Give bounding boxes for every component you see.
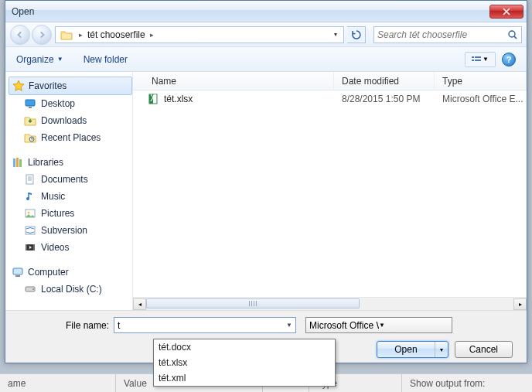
svg-rect-20 [15, 275, 20, 277]
sidebar-group-libraries[interactable]: Libraries [9, 154, 132, 171]
help-button[interactable]: ? [502, 53, 516, 66]
filename-dropdown-icon[interactable]: ▼ [283, 318, 295, 332]
drive-icon [24, 283, 36, 295]
underbar-name: ame [0, 374, 116, 392]
downloads-icon [24, 114, 36, 127]
svg-rect-11 [26, 175, 33, 184]
toolbar: Organize ▼ New folder ▼ ? [5, 47, 527, 72]
open-split-icon[interactable]: ▾ [435, 346, 448, 353]
file-row[interactable]: Xtét.xlsx 8/28/2015 1:50 PM Microsoft Of… [133, 90, 527, 107]
breadcrumb-segment[interactable]: tét chooserfile [86, 29, 147, 40]
sidebar-item-desktop[interactable]: Desktop [9, 95, 132, 112]
cancel-button[interactable]: Cancel [455, 341, 513, 358]
svg-text:X: X [150, 93, 156, 104]
back-button[interactable] [10, 25, 30, 45]
libraries-icon [12, 156, 24, 169]
svg-rect-10 [19, 159, 22, 167]
chevron-down-icon: ▼ [483, 56, 489, 63]
new-folder-button[interactable]: New folder [84, 54, 128, 65]
svg-rect-8 [13, 159, 15, 167]
breadcrumb-sep-icon: ▸ [76, 31, 86, 39]
folder-icon [60, 29, 73, 40]
svg-rect-1 [472, 56, 474, 58]
xlsx-icon: X [147, 93, 159, 105]
filename-input[interactable] [114, 317, 296, 333]
svg-rect-9 [16, 158, 19, 167]
window-title: Open [12, 6, 488, 17]
refresh-button[interactable] [347, 26, 366, 43]
sidebar-item-pictures[interactable]: Pictures [9, 205, 132, 222]
scroll-left-button[interactable]: ◂ [133, 298, 146, 310]
sidebar-item-videos[interactable]: Videos [9, 239, 132, 256]
col-name[interactable]: Name [133, 72, 334, 90]
svg-rect-18 [33, 244, 35, 251]
column-headers[interactable]: Name Date modified Type [133, 72, 527, 90]
autocomplete-option[interactable]: tét.xlsx [154, 355, 335, 370]
documents-icon [24, 173, 36, 186]
open-button[interactable]: Open ▾ [377, 341, 448, 358]
close-button[interactable] [489, 5, 523, 19]
search-box[interactable] [373, 26, 522, 43]
search-icon [507, 29, 518, 40]
svg-point-0 [509, 31, 515, 37]
svg-rect-4 [475, 60, 481, 61]
organize-menu[interactable]: Organize ▼ [16, 54, 63, 65]
open-dialog: Open ▸ tét chooserfile ▸ ▾ [5, 0, 527, 363]
svg-rect-3 [472, 60, 474, 61]
svg-point-12 [26, 197, 29, 200]
subversion-icon [24, 224, 36, 237]
sidebar-item-recent[interactable]: Recent Places [9, 129, 132, 146]
col-type[interactable]: Type [435, 72, 527, 90]
autocomplete-popup[interactable]: tét.docx tét.xlsx tét.xml [153, 339, 336, 387]
filename-label: File name: [16, 320, 109, 331]
sidebar[interactable]: Favorites Desktop Downloads Recent Place… [5, 72, 133, 310]
music-icon [24, 190, 36, 203]
view-mode-button[interactable]: ▼ [465, 52, 496, 67]
svg-rect-19 [13, 268, 22, 274]
filetype-select[interactable]: Microsoft Office Word Docume ▼ [305, 317, 452, 333]
titlebar: Open [5, 1, 527, 22]
chevron-down-icon: ▼ [379, 322, 448, 329]
scroll-thumb[interactable] [146, 298, 360, 308]
chevron-down-icon: ▼ [57, 56, 63, 63]
col-date[interactable]: Date modified [334, 72, 435, 90]
breadcrumb-dropdown-icon[interactable]: ▾ [329, 31, 342, 38]
sidebar-item-documents[interactable]: Documents [9, 171, 132, 188]
desktop-icon [24, 97, 36, 110]
autocomplete-option[interactable]: tét.xml [154, 370, 335, 386]
sidebar-group-computer[interactable]: Computer [9, 264, 132, 281]
svg-rect-5 [26, 100, 35, 106]
computer-icon [12, 266, 24, 278]
sidebar-group-favorites[interactable]: Favorites [9, 77, 132, 95]
pictures-icon [24, 207, 36, 220]
sidebar-item-downloads[interactable]: Downloads [9, 112, 132, 129]
file-list: Name Date modified Type Xtét.xlsx 8/28/2… [133, 72, 527, 310]
scroll-right-button[interactable]: ▸ [513, 298, 527, 310]
sidebar-item-localdisk[interactable]: Local Disk (C:) [9, 281, 132, 298]
svg-rect-17 [26, 244, 27, 251]
svg-point-14 [28, 212, 30, 214]
svg-rect-2 [475, 56, 481, 58]
svg-point-22 [32, 288, 34, 290]
sidebar-item-subversion[interactable]: Subversion [9, 222, 132, 239]
horizontal-scrollbar[interactable]: ◂ ▸ [133, 297, 527, 310]
underbar-output: Show output from: [402, 378, 532, 389]
svg-rect-6 [29, 107, 32, 108]
breadcrumb-sep-icon: ▸ [147, 31, 157, 39]
videos-icon [24, 241, 36, 254]
sidebar-item-music[interactable]: Music [9, 188, 132, 205]
autocomplete-option[interactable]: tét.docx [154, 339, 335, 355]
recent-icon [24, 131, 36, 144]
forward-button[interactable] [32, 25, 52, 45]
breadcrumb[interactable]: ▸ tét chooserfile ▸ ▾ [55, 26, 344, 43]
nav-bar: ▸ tét chooserfile ▸ ▾ [5, 22, 527, 47]
search-input[interactable] [377, 29, 507, 40]
star-icon [12, 80, 25, 92]
